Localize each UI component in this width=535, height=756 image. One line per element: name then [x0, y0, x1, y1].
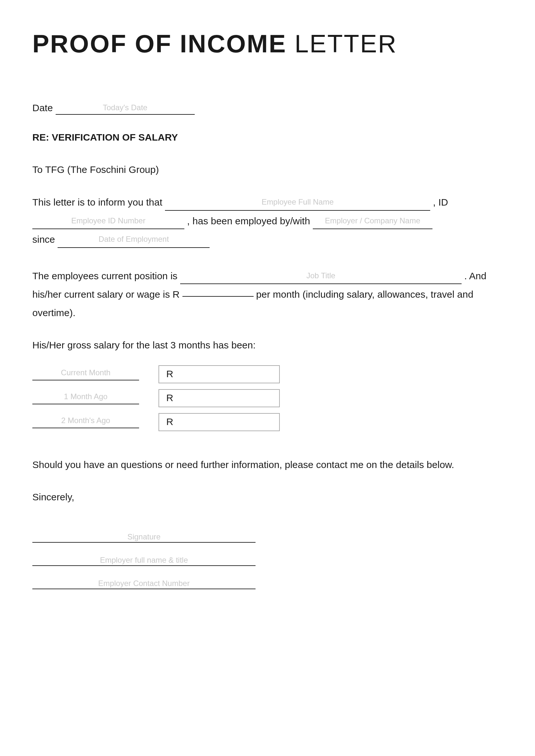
signature-block: Signature Employer full name & title Emp…	[32, 533, 503, 603]
employee-name-field[interactable]: Employee Full Name	[165, 195, 430, 211]
job-title-field[interactable]: Job Title	[180, 268, 462, 284]
salary-row-current: Current Month R	[32, 365, 503, 383]
salary-row-2mo: 2 Month's Ago R	[32, 413, 503, 431]
date-line: Date Today's Date	[32, 100, 503, 116]
salary-amount-current[interactable]: R	[158, 365, 280, 383]
date-label: Date	[32, 102, 53, 113]
p1-comma1: ,	[433, 197, 436, 207]
employer-contact-field[interactable]: Employer Contact Number	[32, 579, 256, 589]
closing-paragraph: Should you have an questions or need fur…	[32, 455, 503, 474]
subject-line: RE: VERIFICATION OF SALARY	[32, 132, 503, 143]
p1-text1: This letter is to inform you that	[32, 197, 162, 207]
document-title: PROOF OF INCOME LETTER	[32, 29, 503, 59]
p2-text1: The employees current position is	[32, 271, 178, 281]
p2-period: .	[464, 271, 467, 281]
paragraph-2: The employees current position is Job Ti…	[32, 267, 503, 322]
salary-row-1mo: 1 Month Ago R	[32, 389, 503, 407]
date-field[interactable]: Today's Date	[56, 102, 195, 115]
salary-amount-1mo[interactable]: R	[158, 389, 280, 407]
title-bold: PROOF OF INCOME	[32, 29, 287, 58]
title-light: LETTER	[295, 29, 397, 58]
employer-name-title-field[interactable]: Employer full name & title	[32, 555, 256, 566]
salary-intro: His/Her gross salary for the last 3 mont…	[32, 340, 503, 351]
employer-name-field[interactable]: Employer / Company Name	[313, 213, 433, 230]
salary-amount-field[interactable]	[183, 295, 254, 297]
salary-table: Current Month R 1 Month Ago R 2 Month's …	[32, 365, 503, 431]
addressee-line: To TFG (The Foschini Group)	[32, 162, 503, 177]
p1-text3: , has been employed by/with	[187, 216, 310, 226]
employee-id-field[interactable]: Employee ID Number	[32, 213, 184, 230]
p1-text2: ID	[438, 197, 448, 207]
paragraph-1: This letter is to inform you that Employ…	[32, 193, 503, 249]
signature-field[interactable]: Signature	[32, 532, 256, 543]
employment-date-field[interactable]: Date of Employment	[58, 232, 210, 248]
sincerely: Sincerely,	[32, 492, 503, 502]
salary-amount-2mo[interactable]: R	[158, 413, 280, 431]
salary-label-2mo: 2 Month's Ago	[32, 416, 139, 428]
salary-label-current: Current Month	[32, 368, 139, 380]
p1-text4: since	[32, 234, 55, 245]
salary-label-1mo: 1 Month Ago	[32, 392, 139, 404]
